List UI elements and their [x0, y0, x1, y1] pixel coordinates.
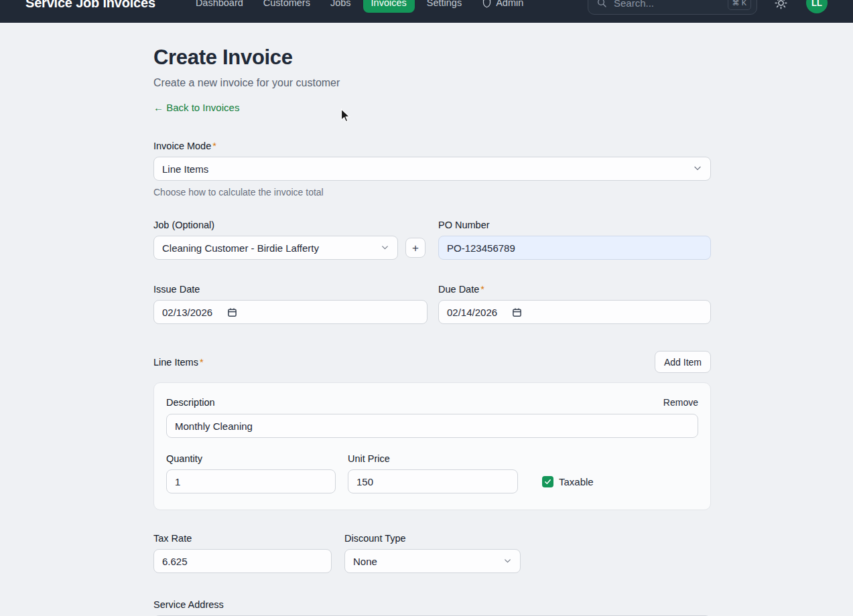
- job-select[interactable]: Cleaning Customer - Birdie Lafferty: [153, 236, 398, 260]
- required-asterisk: *: [212, 141, 216, 151]
- sun-icon: [775, 0, 787, 9]
- search-placeholder: Search...: [614, 0, 728, 9]
- global-search[interactable]: Search... ⌘ K: [588, 0, 757, 15]
- nav-item-settings[interactable]: Settings: [419, 0, 470, 13]
- po-number-input[interactable]: [438, 236, 711, 260]
- line-item-card: Description Remove Quantity Unit Price T…: [153, 382, 711, 510]
- search-icon: [596, 0, 607, 8]
- required-asterisk: *: [200, 357, 204, 368]
- app-logo[interactable]: Service Job Invoices: [25, 0, 155, 11]
- remove-item-button[interactable]: Remove: [663, 397, 698, 408]
- nav-item-admin[interactable]: Admin: [474, 0, 531, 13]
- nav-item-customers[interactable]: Customers: [255, 0, 318, 13]
- description-label: Description: [166, 397, 215, 408]
- description-input[interactable]: [166, 414, 698, 438]
- discount-type-field: Discount Type None: [344, 533, 521, 573]
- invoice-mode-helper: Choose how to calculate the invoice tota…: [153, 187, 711, 198]
- unit-price-label: Unit Price: [348, 453, 518, 464]
- po-number-field: PO Number: [438, 220, 711, 260]
- job-field: Job (Optional) Cleaning Customer - Birdi…: [153, 220, 425, 260]
- taxable-checkbox[interactable]: [542, 476, 553, 487]
- checkmark-icon: [544, 478, 551, 485]
- calendar-icon[interactable]: [512, 307, 522, 317]
- tax-rate-input[interactable]: [153, 549, 332, 573]
- calendar-icon[interactable]: [227, 307, 237, 317]
- issue-date-field: Issue Date 02/13/2026: [153, 284, 428, 324]
- shield-icon: [482, 0, 492, 8]
- quantity-input[interactable]: [166, 469, 336, 493]
- quantity-field: Quantity: [166, 453, 336, 493]
- discount-type-value: None: [353, 556, 377, 567]
- nav-item-admin-label: Admin: [496, 0, 523, 8]
- required-asterisk: *: [480, 284, 484, 295]
- line-items-label: Line Items*: [153, 357, 204, 368]
- create-invoice-page: Create Invoice Create a new invoice for …: [153, 23, 711, 616]
- due-date-field: Due Date* 02/14/2026: [438, 284, 711, 324]
- unit-price-field: Unit Price: [348, 453, 518, 493]
- top-nav: Service Job Invoices Dashboard Customers…: [0, 0, 853, 23]
- taxable-label: Taxable: [559, 476, 594, 487]
- issue-date-input[interactable]: 02/13/2026: [153, 300, 428, 324]
- job-label: Job (Optional): [153, 220, 425, 230]
- chevron-down-icon: [503, 556, 512, 567]
- discount-type-select[interactable]: None: [344, 549, 521, 573]
- page-title: Create Invoice: [153, 46, 711, 70]
- taxable-checkbox-group[interactable]: Taxable: [542, 476, 594, 487]
- nav-item-invoices[interactable]: Invoices: [363, 0, 415, 13]
- chevron-down-icon: [381, 242, 389, 254]
- add-job-button[interactable]: +: [405, 238, 425, 258]
- invoice-mode-value: Line Items: [162, 163, 208, 175]
- service-address-label: Service Address: [153, 599, 711, 610]
- chevron-down-icon: [693, 163, 702, 175]
- user-avatar[interactable]: LL: [806, 0, 828, 13]
- invoice-mode-select[interactable]: Line Items: [153, 157, 711, 181]
- nav-item-jobs[interactable]: Jobs: [322, 0, 359, 13]
- tax-rate-field: Tax Rate: [153, 533, 332, 573]
- back-to-invoices-link[interactable]: ← Back to Invoices: [153, 102, 239, 113]
- due-date-label: Due Date*: [438, 284, 711, 295]
- issue-date-value: 02/13/2026: [162, 307, 212, 318]
- issue-date-label: Issue Date: [153, 284, 428, 295]
- invoice-mode-label: Invoice Mode*: [153, 141, 711, 151]
- tax-rate-label: Tax Rate: [153, 533, 332, 544]
- main-nav: Dashboard Customers Jobs Invoices Settin…: [188, 0, 531, 13]
- add-item-button[interactable]: Add Item: [655, 351, 711, 373]
- quantity-label: Quantity: [166, 453, 336, 464]
- nav-item-dashboard[interactable]: Dashboard: [188, 0, 251, 13]
- invoice-mode-section: Invoice Mode* Line Items Choose how to c…: [153, 141, 711, 198]
- unit-price-input[interactable]: [348, 469, 518, 493]
- service-address-field: Service Address: [153, 599, 711, 616]
- theme-toggle-button[interactable]: [775, 0, 787, 9]
- discount-type-label: Discount Type: [344, 533, 521, 544]
- page-subtitle: Create a new invoice for your customer: [153, 77, 711, 89]
- search-shortcut-badge: ⌘ K: [728, 0, 751, 10]
- due-date-value: 02/14/2026: [447, 307, 497, 318]
- job-value: Cleaning Customer - Birdie Lafferty: [162, 242, 319, 254]
- due-date-input[interactable]: 02/14/2026: [438, 300, 711, 324]
- po-number-label: PO Number: [438, 220, 711, 230]
